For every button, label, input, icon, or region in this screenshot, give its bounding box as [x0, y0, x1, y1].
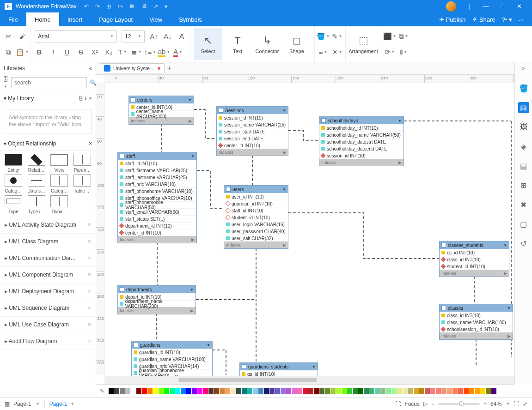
color-swatch[interactable] — [186, 388, 191, 394]
shuffle-icon[interactable]: ✖ — [518, 199, 529, 210]
color-swatch[interactable] — [486, 388, 491, 394]
color-swatch[interactable] — [419, 388, 424, 394]
line-color-icon[interactable]: ✎▼ — [332, 32, 342, 41]
color-swatch[interactable] — [364, 388, 369, 394]
open-icon[interactable]: 🗁 — [117, 3, 123, 10]
close-icon[interactable]: × — [88, 288, 91, 295]
ruler-panel-icon[interactable]: ⊞ — [518, 180, 529, 191]
clear-format-icon[interactable]: A̸ — [177, 32, 186, 41]
my-library-section[interactable]: ▾ My Library ⎘ + × — [0, 91, 96, 105]
color-swatch[interactable] — [330, 388, 336, 394]
highlight-icon[interactable]: ab▼ — [159, 48, 169, 57]
color-swatch[interactable] — [441, 388, 446, 394]
color-swatch[interactable] — [319, 388, 324, 394]
color-swatch[interactable] — [369, 388, 374, 394]
color-swatch[interactable] — [175, 388, 180, 394]
line-spacing-icon[interactable]: ↕≡▼ — [146, 48, 155, 57]
shape-view[interactable]: View — [49, 154, 70, 173]
text-tool-button[interactable]: TText — [224, 28, 251, 60]
help-button[interactable]: ?• ▾ — [502, 16, 512, 23]
color-swatch[interactable] — [342, 388, 347, 394]
page-tab[interactable]: Page-1 — [49, 401, 67, 407]
close-icon[interactable]: × — [88, 222, 91, 228]
export-icon[interactable]: ↗ — [153, 3, 158, 10]
align-icon[interactable]: ⬛▼ — [385, 32, 394, 41]
line-style-icon[interactable]: ≡▼ — [318, 48, 328, 57]
tab-page-layout[interactable]: Page Layout — [91, 12, 141, 26]
color-swatch[interactable] — [347, 388, 352, 394]
color-swatch[interactable] — [125, 388, 130, 394]
window-maximize-button[interactable]: □ — [494, 3, 511, 10]
collapse-sidebar-icon[interactable]: « — [89, 65, 92, 72]
color-swatch[interactable] — [208, 388, 214, 394]
color-swatch[interactable] — [297, 388, 302, 394]
shape-tool-button[interactable]: ◻Shape — [283, 28, 311, 60]
color-swatch[interactable] — [109, 388, 114, 394]
color-swatch[interactable] — [453, 388, 458, 394]
redo-icon[interactable]: ↷ — [95, 3, 100, 10]
add-page-button[interactable]: + — [71, 401, 74, 407]
document-tab[interactable]: University Syste… — [100, 63, 165, 73]
text-case-icon[interactable]: T▼ — [118, 48, 127, 57]
color-swatch[interactable] — [153, 388, 158, 394]
eyedropper-icon[interactable]: ✎ — [100, 388, 104, 394]
uml-item[interactable]: ▸ UML Class Diagram× — [0, 234, 96, 250]
color-swatch[interactable] — [164, 388, 169, 394]
color-swatch[interactable] — [430, 388, 435, 394]
play-icon[interactable]: ▷ — [423, 401, 428, 407]
cut-icon[interactable]: ✂ — [4, 32, 13, 41]
uml-item[interactable]: ▸ UML Sequence Diagram× — [0, 300, 96, 317]
library-search-input[interactable] — [11, 77, 87, 88]
color-swatch[interactable] — [253, 388, 258, 394]
horizontal-scrollbar[interactable] — [104, 376, 514, 384]
select-tool-button[interactable]: ↖Select — [194, 28, 222, 60]
entity-sessions[interactable]: Sessions▼session_id INT(10)session_name … — [216, 106, 288, 156]
color-swatch[interactable] — [475, 388, 480, 394]
color-swatch[interactable] — [258, 388, 263, 394]
color-swatch[interactable] — [386, 388, 391, 394]
shape-table …[interactable]: Table … — [72, 175, 93, 193]
tab-view[interactable]: View — [141, 12, 171, 26]
uml-item[interactable]: ▸ UML Deployment Diagram× — [0, 283, 96, 300]
close-icon[interactable]: × — [88, 271, 91, 278]
color-swatch[interactable] — [403, 388, 408, 394]
color-swatch[interactable] — [269, 388, 275, 394]
format-painter-icon[interactable]: 🖌 — [18, 32, 27, 41]
color-swatch[interactable] — [120, 388, 125, 394]
window-close-button[interactable]: ✕ — [511, 3, 527, 10]
color-swatch[interactable] — [281, 388, 286, 394]
close-icon[interactable]: × — [88, 338, 91, 344]
color-swatch[interactable] — [286, 388, 291, 394]
shape-categ…[interactable]: Categ… — [3, 175, 24, 193]
group-icon[interactable]: ⧉▼ — [399, 32, 408, 41]
color-swatch[interactable] — [247, 388, 252, 394]
bullets-icon[interactable]: ≣▼ — [132, 48, 141, 57]
shape-data s…[interactable]: Data s… — [26, 175, 47, 193]
new-icon[interactable]: ⊞ — [106, 3, 111, 10]
grid-panel-icon[interactable]: ▦ — [518, 102, 529, 113]
distribute-icon[interactable]: ⫴▼ — [399, 48, 408, 57]
color-swatch[interactable] — [220, 388, 225, 394]
color-swatch[interactable] — [275, 388, 280, 394]
entity-centers[interactable]: centers▼center_id INT(10)center_name ARC… — [128, 96, 194, 125]
shape-entity[interactable]: Entity — [3, 154, 24, 173]
close-section-icon[interactable]: × — [89, 140, 92, 147]
color-swatch[interactable] — [303, 388, 308, 394]
zoom-slider[interactable] — [438, 403, 480, 405]
copy-icon[interactable]: ⧉ — [4, 48, 13, 57]
color-swatch[interactable] — [464, 388, 469, 394]
font-size-combo[interactable]: 12▼ — [122, 30, 145, 42]
underline-icon[interactable]: U — [62, 48, 72, 57]
entity-departments[interactable]: departments▼depart_id INT(10)department_… — [117, 285, 196, 314]
bold-icon[interactable]: B — [35, 48, 44, 57]
tab-insert[interactable]: Insert — [59, 12, 91, 26]
color-swatch[interactable] — [414, 388, 419, 394]
save-icon[interactable]: 🗎 — [129, 3, 135, 10]
color-swatch[interactable] — [480, 388, 485, 394]
color-swatch[interactable] — [225, 388, 230, 394]
canvas[interactable]: centers▼center_id INT(10)center_name ARC… — [104, 83, 514, 375]
collapse-rail-icon[interactable]: » — [522, 65, 525, 74]
uml-item[interactable]: ▸ UML Activity State Diagram× — [0, 217, 96, 234]
tab-home[interactable]: Home — [26, 12, 59, 26]
color-swatch[interactable] — [170, 388, 175, 394]
